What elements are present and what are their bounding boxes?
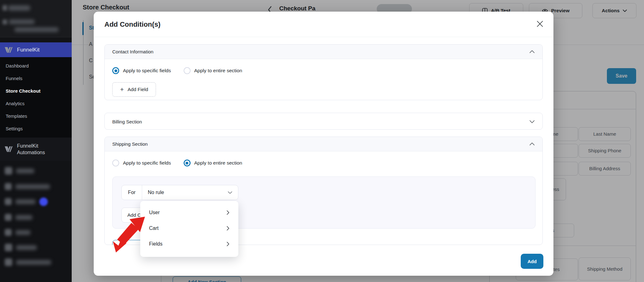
chevron-down-icon[interactable]	[529, 120, 535, 123]
radio-label: Apply to specific fields	[123, 160, 171, 166]
for-label: For	[122, 185, 142, 200]
sidebar-top-blurred	[0, 0, 72, 37]
modal-header-divider	[94, 37, 553, 37]
notification-badge	[39, 198, 48, 206]
blurred-menu-item[interactable]	[0, 165, 72, 177]
rule-select-group: For No rule	[121, 185, 238, 200]
chevron-up-icon[interactable]	[529, 50, 535, 53]
chevron-right-icon	[226, 210, 230, 215]
menu-item-label: Cart	[149, 225, 158, 231]
modal-title: Add Condition(s)	[104, 20, 160, 29]
radio-label: Apply to specific fields	[123, 68, 171, 73]
admin-sidebar: FunnelKit Dashboard Funnels Store Checko…	[0, 0, 72, 282]
blurred-menu-item[interactable]	[0, 180, 72, 193]
rule-select[interactable]: No rule	[142, 190, 238, 195]
radio-apply-entire-section[interactable]	[184, 160, 191, 166]
app-root: Store Checkout Checkout Pa A/B Test Prev…	[0, 0, 644, 282]
sidebar-item-analytics[interactable]: Analytics	[0, 97, 72, 110]
chevron-right-icon	[226, 226, 230, 231]
chevron-right-icon	[226, 241, 230, 247]
radio-label: Apply to entire section	[194, 160, 242, 166]
blurred-menu-item[interactable]	[0, 226, 72, 239]
blurred-menu-item[interactable]	[0, 211, 72, 224]
blurred-menu-item[interactable]	[0, 241, 72, 254]
plus-icon: +	[120, 86, 124, 93]
sidebar-item-label: FunnelKit	[17, 47, 40, 53]
rule-dropdown-menu: User Cart Fields	[140, 201, 238, 257]
close-icon[interactable]	[535, 19, 545, 29]
blurred-menu-item[interactable]	[14, 27, 58, 32]
section-billing-header[interactable]: Billing Section	[105, 113, 542, 130]
sidebar-item-funnels[interactable]: Funnels	[0, 72, 72, 85]
menu-item-label: User	[149, 210, 160, 215]
radio-apply-specific-fields[interactable]	[112, 160, 119, 166]
section-contact-header[interactable]: Contact Information	[105, 45, 542, 59]
sidebar-item-settings[interactable]: Settings	[0, 122, 72, 135]
blurred-icon	[3, 5, 7, 11]
section-title: Billing Section	[112, 119, 142, 124]
radio-apply-entire-section[interactable]	[184, 67, 191, 74]
section-title: Contact Information	[112, 49, 153, 54]
blurred-menu-item[interactable]	[8, 5, 30, 11]
chevron-up-icon[interactable]	[529, 142, 535, 146]
section-billing: Billing Section	[104, 113, 543, 130]
menu-item-cart[interactable]: Cart	[140, 220, 238, 236]
sidebar-item-templates[interactable]: Templates	[0, 110, 72, 122]
sidebar-item-store-checkout[interactable]: Store Checkout	[0, 85, 72, 97]
radio-apply-specific-fields[interactable]	[112, 67, 119, 74]
radio-label: Apply to entire section	[194, 68, 242, 73]
section-contact-information: Contact Information Apply to specific fi…	[104, 44, 543, 100]
funnelkit-logo-icon	[4, 146, 13, 152]
blurred-menu-item[interactable]	[0, 256, 72, 268]
sidebar-item-label: FunnelKit Automations	[17, 143, 45, 156]
chevron-down-icon	[228, 191, 232, 194]
menu-item-fields[interactable]: Fields	[140, 236, 238, 252]
section-shipping-header[interactable]: Shipping Section	[105, 137, 542, 151]
menu-item-label: Fields	[149, 241, 163, 247]
blurred-menu-item[interactable]	[0, 195, 72, 208]
add-field-button[interactable]: + Add Field	[112, 82, 156, 97]
funnelkit-logo-icon	[4, 47, 13, 53]
add-field-label: Add Field	[128, 87, 148, 92]
sidebar-item-funnelkit-automations[interactable]: FunnelKit Automations	[0, 138, 72, 161]
sidebar-item-dashboard[interactable]: Dashboard	[0, 60, 72, 72]
sidebar-item-funnelkit[interactable]: FunnelKit	[0, 42, 72, 57]
menu-item-user[interactable]: User	[140, 205, 238, 220]
rule-select-value: No rule	[148, 190, 164, 195]
add-button[interactable]: Add	[521, 254, 543, 269]
blurred-menu-item[interactable]	[9, 19, 35, 24]
add-conditions-modal: Add Condition(s) Contact Information App…	[94, 12, 553, 276]
sidebar-submenu: Dashboard Funnels Store Checkout Analyti…	[0, 57, 72, 138]
section-title: Shipping Section	[112, 141, 148, 147]
blurred-icon	[3, 19, 7, 24]
